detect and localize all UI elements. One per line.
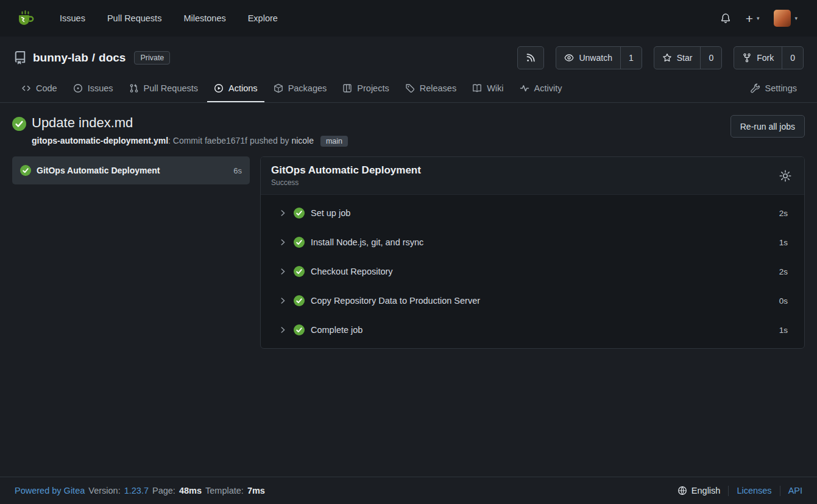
run-subtitle: gitops-automatic-deployment.yml: Commit … — [32, 136, 348, 147]
rss-button[interactable] — [518, 47, 543, 69]
step-name: Set up job — [311, 208, 779, 218]
chevron-right-icon — [278, 326, 287, 334]
globe-icon — [677, 486, 687, 495]
repo-action-buttons: Unwatch 1 Star 0 — [517, 46, 804, 69]
tab-label: Settings — [765, 83, 797, 93]
tab-actions[interactable]: Actions — [207, 75, 264, 102]
tab-projects[interactable]: Projects — [336, 75, 395, 102]
footer-divider — [728, 486, 729, 496]
gitea-logo-icon — [16, 9, 35, 28]
success-check-icon — [12, 117, 26, 131]
tab-code[interactable]: Code — [15, 75, 64, 102]
activity-pulse-icon — [520, 83, 529, 93]
run-title-wrap: Update index.md gitops-automatic-deploym… — [12, 115, 348, 147]
notifications-button[interactable] — [716, 9, 735, 27]
tab-issues[interactable]: Issues — [66, 75, 120, 102]
tab-label: Code — [36, 83, 57, 93]
version-link[interactable]: 1.23.7 — [124, 486, 149, 495]
pull-request-icon — [129, 83, 139, 93]
unwatch-label: Unwatch — [579, 53, 612, 63]
chevron-right-icon — [278, 238, 287, 247]
releases-tag-icon — [405, 83, 415, 93]
tab-settings[interactable]: Settings — [744, 75, 804, 102]
rerun-all-jobs-button[interactable]: Re-run all jobs — [730, 115, 805, 138]
job-list-item[interactable]: GitOps Automatic Deployment 6s — [12, 156, 250, 184]
commit-author[interactable]: nicole — [291, 136, 314, 145]
page-time-value: 48ms — [179, 486, 202, 495]
step-name: Install Node.js, git, and rsync — [311, 237, 779, 247]
commit-text: : Commit faebe1671f pushed by — [168, 136, 289, 145]
nav-link-explore[interactable]: Explore — [237, 0, 289, 37]
fork-label: Fork — [757, 53, 774, 63]
job-name: GitOps Automatic Deployment — [37, 166, 228, 175]
api-link[interactable]: API — [788, 486, 802, 495]
job-list: GitOps Automatic Deployment 6s — [12, 156, 250, 184]
step-row[interactable]: Install Node.js, git, and rsync 1s — [261, 228, 804, 257]
unwatch-button[interactable]: Unwatch — [556, 47, 620, 69]
step-row[interactable]: Set up job 2s — [261, 198, 804, 228]
licenses-link[interactable]: Licenses — [737, 486, 771, 495]
branch-badge[interactable]: main — [320, 136, 348, 147]
create-new-button[interactable]: + ▾ — [742, 9, 763, 29]
repo-title-row: bunny-lab / docs Private Unw — [13, 46, 804, 70]
tab-activity[interactable]: Activity — [513, 75, 569, 102]
footer-divider — [780, 486, 780, 496]
star-button-group: Star 0 — [654, 46, 722, 69]
forks-count[interactable]: 0 — [782, 47, 803, 69]
nav-link-milestones[interactable]: Milestones — [172, 0, 236, 37]
step-row[interactable]: Checkout Repository 2s — [261, 257, 804, 286]
job-detail-panel: GitOps Automatic Deployment Success — [260, 156, 805, 349]
run-header: Update index.md gitops-automatic-deploym… — [0, 103, 817, 147]
star-button[interactable]: Star — [654, 47, 701, 69]
actions-run-page: Update index.md gitops-automatic-deploym… — [0, 103, 817, 477]
tab-label: Actions — [228, 83, 258, 93]
repo-owner-link[interactable]: bunny-lab — [33, 51, 88, 65]
language-selector[interactable]: English — [677, 486, 721, 495]
tab-packages[interactable]: Packages — [267, 75, 334, 102]
step-duration: 0s — [779, 296, 788, 306]
fork-button-group: Fork 0 — [734, 46, 804, 69]
run-body: GitOps Automatic Deployment 6s GitOps Au… — [0, 147, 817, 349]
gitea-logo[interactable] — [16, 9, 35, 28]
success-check-icon — [294, 237, 305, 248]
job-status-text: Success — [271, 178, 421, 187]
chevron-right-icon — [278, 296, 287, 305]
top-navbar: Issues Pull Requests Milestones Explore … — [0, 0, 817, 37]
step-row[interactable]: Complete job 1s — [261, 315, 804, 345]
nav-link-pull-requests[interactable]: Pull Requests — [96, 0, 172, 37]
run-title-block: Update index.md gitops-automatic-deploym… — [32, 115, 348, 147]
powered-by-gitea-link[interactable]: Powered by Gitea — [15, 486, 85, 495]
success-check-icon — [294, 324, 305, 335]
watchers-count[interactable]: 1 — [620, 47, 642, 69]
caret-down-icon: ▾ — [757, 15, 760, 21]
fork-icon — [742, 53, 752, 63]
step-name: Copy Repository Data to Production Serve… — [311, 296, 779, 306]
success-check-icon — [294, 295, 305, 306]
eye-icon — [564, 53, 574, 63]
step-duration: 1s — [779, 326, 788, 335]
step-duration: 2s — [779, 209, 788, 218]
fork-button[interactable]: Fork — [734, 47, 782, 69]
navbar-right: + ▾ ▾ — [716, 6, 801, 30]
success-check-icon — [20, 165, 31, 176]
step-row[interactable]: Copy Repository Data to Production Serve… — [261, 286, 804, 315]
footer-right: English Licenses API — [677, 486, 802, 496]
repo-name-link[interactable]: docs — [99, 51, 126, 65]
projects-icon — [342, 83, 352, 93]
user-menu-button[interactable]: ▾ — [770, 6, 801, 30]
tab-wiki[interactable]: Wiki — [465, 75, 510, 102]
page-time-label: Page: — [152, 486, 175, 495]
visibility-badge: Private — [134, 51, 170, 65]
job-options-button[interactable] — [777, 167, 794, 184]
chevron-right-icon — [278, 209, 287, 217]
tab-label: Activity — [534, 83, 562, 93]
stars-count[interactable]: 0 — [700, 47, 721, 69]
rss-icon — [526, 53, 536, 63]
tab-releases[interactable]: Releases — [398, 75, 463, 102]
template-time-label: Template: — [205, 486, 244, 495]
tab-pull-requests[interactable]: Pull Requests — [122, 75, 205, 102]
version-label: Version: — [88, 486, 120, 495]
workflow-file-name: gitops-automatic-deployment.yml — [32, 136, 168, 145]
caret-down-icon: ▾ — [794, 15, 798, 21]
nav-link-issues[interactable]: Issues — [49, 0, 96, 37]
